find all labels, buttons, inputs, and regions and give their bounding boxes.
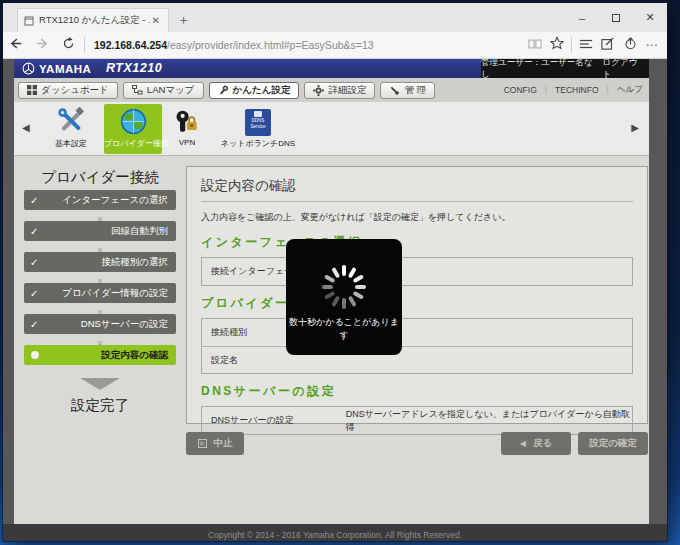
back-icon[interactable]	[3, 36, 29, 54]
section-title-provider: プロバイダー情報の設定	[201, 295, 633, 312]
url-field[interactable]: 192.168.64.254/easy/provider/index.html#…	[88, 39, 524, 51]
step-label: 設定内容の確認	[39, 349, 176, 362]
user-segment: 管理ユーザー：ユーザー名なし ログアウト	[481, 59, 649, 78]
feature-netvolante-dns[interactable]: DDNSService ネットボランチDNS	[212, 104, 304, 154]
utility-nav: CONFIG ｜ TECHINFO ｜ ヘルプ	[504, 78, 643, 102]
feature-label: プロバイダー接続	[104, 138, 162, 149]
instruction-text: 入力内容をご確認の上、変更がなければ「設定の確定」を押してください。	[201, 211, 633, 224]
step-label: インターフェースの選択	[38, 194, 176, 207]
section-title-dns: DNSサーバーの設定	[201, 383, 633, 400]
wrench-icon	[218, 85, 229, 96]
loading-overlay: 数十秒かかることがあります	[286, 239, 402, 355]
check-icon: ✓	[30, 226, 38, 237]
loading-message: 数十秒かかることがあります	[286, 316, 402, 342]
tab-label: 詳細設定	[328, 84, 366, 97]
copyright-text: Copyright © 2014 - 2016 Yamaha Corporati…	[208, 530, 462, 540]
browser-titlebar: RTX1210 かんたん設定 - … ✕ ＋ – ✕	[3, 3, 667, 32]
feature-label: VPN	[166, 138, 208, 147]
footer: Copyright © 2014 - 2016 Yamaha Corporati…	[3, 524, 667, 541]
step-confirm-settings[interactable]: 設定内容の確認	[24, 345, 176, 365]
tools-icon	[56, 106, 86, 136]
tab-close-icon[interactable]: ✕	[150, 15, 162, 26]
scroll-right-icon[interactable]: ▶	[631, 122, 639, 133]
row-label: 接続種別	[202, 326, 247, 339]
scroll-left-icon[interactable]: ◀	[22, 122, 30, 133]
feature-provider-connection[interactable]: プロバイダー接続	[104, 104, 162, 154]
step-connection-type[interactable]: ✓ 接続種別の選択	[24, 252, 176, 272]
down-arrow-icon	[80, 378, 120, 390]
tab-favicon	[24, 16, 34, 26]
lanmap-icon	[132, 85, 143, 95]
refresh-icon[interactable]	[55, 36, 81, 54]
browser-window: RTX1210 かんたん設定 - … ✕ ＋ – ✕ 192.168.64.25…	[3, 3, 667, 541]
tab-label: 管 理	[404, 84, 426, 97]
site-header: YAMAHA RTX1210 管理ユーザー：ユーザー名なし ログアウト	[14, 59, 649, 78]
feature-label: ネットボランチDNS	[212, 138, 304, 149]
new-tab-icon[interactable]: ＋	[177, 11, 190, 29]
share-icon[interactable]	[619, 36, 641, 54]
tab-management[interactable]: 管 理	[380, 82, 435, 99]
tab-label: LANマップ	[147, 84, 195, 97]
step-interface-select[interactable]: ✓ インターフェースの選択	[24, 190, 176, 210]
brand-name: YAMAHA	[39, 63, 91, 75]
current-step-dot-icon	[31, 351, 39, 359]
confirm-button[interactable]: 設定の確定	[578, 432, 648, 455]
step-label: 接続種別の選択	[38, 256, 176, 269]
globe-icon	[119, 107, 148, 136]
tab-kantan-setup[interactable]: かんたん設定	[209, 82, 300, 99]
help-link[interactable]: ヘルプ	[617, 84, 643, 96]
tab-label: かんたん設定	[233, 84, 291, 97]
feature-strip: ◀ 基本設定	[14, 102, 649, 156]
forward-icon[interactable]	[29, 36, 55, 54]
page-title: 設定内容の確認	[201, 177, 633, 202]
setup-complete-label: 設定完了	[14, 396, 186, 415]
step-line-detect[interactable]: ✓ 回線自動判別	[24, 221, 176, 241]
techinfo-link[interactable]: TECHINFO	[555, 85, 598, 95]
divider	[571, 37, 572, 53]
confirm-label: 設定の確定	[589, 437, 637, 450]
row-label: DNSサーバーの設定	[202, 414, 294, 427]
table-row: 設定名	[202, 346, 632, 373]
tab-lanmap[interactable]: LANマップ	[123, 82, 204, 99]
reading-view-icon[interactable]	[524, 36, 546, 54]
tab-dashboard[interactable]: ダッシュボード	[18, 82, 118, 99]
check-icon: ✓	[30, 288, 38, 299]
row-label: 設定名	[202, 354, 238, 367]
window-controls: – ✕	[565, 3, 667, 32]
back-button[interactable]: ◀ 戻る	[501, 432, 571, 455]
divider: ｜	[542, 84, 550, 96]
step-provider-info[interactable]: ✓ プロバイダー情報の設定	[24, 283, 176, 303]
step-dns-server[interactable]: ✓ DNSサーバーの設定	[24, 314, 176, 334]
step-label: プロバイダー情報の設定	[38, 287, 176, 300]
web-note-icon[interactable]	[597, 36, 619, 54]
gear-icon	[313, 85, 324, 96]
confirmation-panel: 設定内容の確認 入力内容をご確認の上、変更がなければ「設定の確定」を押してくださ…	[186, 166, 648, 424]
vpn-keys-icon	[173, 108, 201, 136]
desktop: RTX1210 かんたん設定 - … ✕ ＋ – ✕ 192.168.64.25…	[0, 0, 680, 545]
browser-tab[interactable]: RTX1210 かんたん設定 - … ✕	[17, 8, 169, 32]
provider-table: 接続種別 設定名	[201, 318, 633, 374]
table-row: DNSサーバーの設定 DNSサーバーアドレスを指定しない、またはプロバイダーから…	[202, 407, 632, 434]
url-host: 192.168.64.254	[94, 39, 167, 51]
url-path: /easy/provider/index.html#p=EasySub&s=13	[167, 39, 374, 51]
back-label: 戻る	[533, 437, 552, 450]
table-row: 接続種別	[202, 319, 632, 346]
config-link[interactable]: CONFIG	[504, 85, 537, 95]
abort-button[interactable]: ✕ 中止	[186, 432, 244, 455]
favorites-star-icon[interactable]	[546, 36, 568, 54]
address-bar: 192.168.64.254/easy/provider/index.html#…	[3, 32, 667, 59]
section-title-interface: インターフェースの選択	[201, 234, 633, 251]
dashboard-icon	[27, 85, 37, 95]
tool-icon	[389, 85, 400, 96]
close-icon[interactable]: ✕	[633, 3, 667, 32]
ddns-badge-text: DDNSService	[250, 118, 265, 129]
tab-advanced[interactable]: 詳細設定	[304, 82, 375, 99]
check-icon: ✓	[30, 319, 38, 330]
maximize-icon[interactable]	[599, 3, 633, 32]
more-options-icon[interactable]: ⋯	[641, 38, 663, 52]
divider	[84, 37, 85, 53]
feature-vpn[interactable]: VPN	[166, 104, 208, 154]
minimize-icon[interactable]: –	[565, 3, 599, 32]
hub-icon[interactable]	[575, 36, 597, 54]
feature-basic-settings[interactable]: 基本設定	[42, 104, 100, 154]
